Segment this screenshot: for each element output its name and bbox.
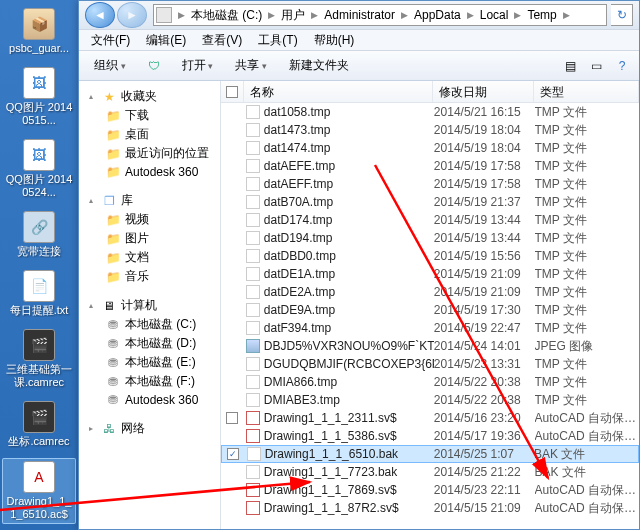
table-row[interactable]: datAEFF.tmp 2014/5/19 17:58 TMP 文件 bbox=[221, 175, 639, 193]
refresh-button[interactable]: ↻ bbox=[611, 4, 633, 26]
crumb-item[interactable]: Administrator bbox=[320, 8, 399, 22]
help-icon[interactable]: ? bbox=[611, 55, 633, 77]
breadcrumb[interactable]: ▶本地磁盘 (C:)▶用户▶Administrator▶AppData▶Loca… bbox=[153, 4, 607, 26]
sidebar-item[interactable]: 📁 音乐 bbox=[79, 267, 220, 286]
sidebar-item[interactable]: 📁 图片 bbox=[79, 229, 220, 248]
sidebar-item[interactable]: 📁 Autodesk 360 bbox=[79, 163, 220, 181]
sidebar-group-head[interactable]: ▸🖧 网络 bbox=[79, 419, 220, 438]
drive-icon: ⛃ bbox=[105, 336, 121, 352]
sidebar-group-head[interactable]: ▴★ 收藏夹 bbox=[79, 87, 220, 106]
crumb-item[interactable]: Local bbox=[476, 8, 513, 22]
file-type: TMP 文件 bbox=[535, 194, 639, 211]
sidebar-item[interactable]: ⛃ 本地磁盘 (E:) bbox=[79, 353, 220, 372]
file-date: 2014/5/19 17:58 bbox=[434, 177, 535, 191]
crumb-item[interactable]: 用户 bbox=[277, 7, 309, 24]
desktop-icon[interactable]: 🖼 QQ图片 20140515... bbox=[2, 65, 76, 129]
file-date: 2014/5/19 17:58 bbox=[434, 159, 535, 173]
file-date: 2014/5/16 23:20 bbox=[434, 411, 535, 425]
newfolder-button[interactable]: 新建文件夹 bbox=[280, 53, 358, 78]
network-icon: 🖧 bbox=[101, 421, 117, 437]
menu-edit[interactable]: 编辑(E) bbox=[138, 30, 194, 51]
file-date: 2014/5/23 22:11 bbox=[434, 483, 535, 497]
table-row[interactable]: datDE1A.tmp 2014/5/19 21:09 TMP 文件 bbox=[221, 265, 639, 283]
table-row[interactable]: DMIA866.tmp 2014/5/22 20:38 TMP 文件 bbox=[221, 373, 639, 391]
menu-file[interactable]: 文件(F) bbox=[83, 30, 138, 51]
desktop-icon[interactable]: 🎬 坐标.camrec bbox=[2, 399, 76, 450]
crumb-item[interactable]: 本地磁盘 (C:) bbox=[187, 7, 266, 24]
nav-forward-button[interactable]: ► bbox=[117, 2, 147, 28]
menu-help[interactable]: 帮助(H) bbox=[306, 30, 363, 51]
table-row[interactable]: datF394.tmp 2014/5/19 22:47 TMP 文件 bbox=[221, 319, 639, 337]
table-row[interactable]: DMIABE3.tmp 2014/5/22 20:38 TMP 文件 bbox=[221, 391, 639, 409]
file-icon: 🎬 bbox=[23, 401, 55, 433]
sidebar-item[interactable]: 📁 文档 bbox=[79, 248, 220, 267]
crumb-item[interactable]: AppData bbox=[410, 8, 465, 22]
sidebar-item-label: 最近访问的位置 bbox=[125, 145, 209, 162]
file-icon: 📦 bbox=[23, 8, 55, 40]
content-area: ▴★ 收藏夹 📁 下载 📁 桌面 📁 最近访问的位置 📁 Autodesk 36… bbox=[79, 81, 639, 529]
table-row[interactable]: datDE9A.tmp 2014/5/19 17:30 TMP 文件 bbox=[221, 301, 639, 319]
desktop-icon[interactable]: 🎬 三维基础第一课.camrec bbox=[2, 327, 76, 391]
table-row[interactable]: ✓ Drawing1_1_1_6510.bak 2014/5/25 1:07 B… bbox=[221, 445, 639, 463]
table-row[interactable]: dat1474.tmp 2014/5/19 18:04 TMP 文件 bbox=[221, 139, 639, 157]
file-type: TMP 文件 bbox=[535, 140, 639, 157]
file-icon: 🔗 bbox=[23, 211, 55, 243]
file-icon bbox=[246, 213, 260, 227]
crumb-item[interactable]: Temp bbox=[523, 8, 560, 22]
table-row[interactable]: DGUDQBMJIF(RCBCOXEP3{6P.tmp 2014/5/23 13… bbox=[221, 355, 639, 373]
sidebar-item[interactable]: ⛃ Autodesk 360 bbox=[79, 391, 220, 409]
file-icon bbox=[246, 483, 260, 497]
table-row[interactable]: Drawing1_1_1_87R2.sv$ 2014/5/15 21:09 Au… bbox=[221, 499, 639, 517]
table-row[interactable]: Drawing1_1_1_5386.sv$ 2014/5/17 19:36 Au… bbox=[221, 427, 639, 445]
folder-icon: 📁 bbox=[105, 269, 121, 285]
view-mode-button[interactable]: ▤ bbox=[559, 55, 581, 77]
file-type: AutoCAD 自动保… bbox=[535, 428, 639, 445]
desktop-icon[interactable]: 🔗 宽带连接 bbox=[2, 209, 76, 260]
col-type[interactable]: 类型 bbox=[534, 81, 639, 102]
table-row[interactable]: datAEFE.tmp 2014/5/19 17:58 TMP 文件 bbox=[221, 157, 639, 175]
preview-pane-button[interactable]: ▭ bbox=[585, 55, 607, 77]
open-button[interactable]: 打开 bbox=[173, 53, 223, 78]
col-date[interactable]: 修改日期 bbox=[433, 81, 534, 102]
sidebar-group-head[interactable]: ▴🖥 计算机 bbox=[79, 296, 220, 315]
table-row[interactable]: dat1058.tmp 2014/5/21 16:15 TMP 文件 bbox=[221, 103, 639, 121]
file-list[interactable]: dat1058.tmp 2014/5/21 16:15 TMP 文件 dat14… bbox=[221, 103, 639, 529]
table-row[interactable]: datB70A.tmp 2014/5/19 21:37 TMP 文件 bbox=[221, 193, 639, 211]
file-type: BAK 文件 bbox=[534, 446, 638, 463]
table-row[interactable]: datD174.tmp 2014/5/19 13:44 TMP 文件 bbox=[221, 211, 639, 229]
table-row[interactable]: datDE2A.tmp 2014/5/19 21:09 TMP 文件 bbox=[221, 283, 639, 301]
share-button[interactable]: 共享 bbox=[226, 53, 276, 78]
sidebar-item[interactable]: 📁 最近访问的位置 bbox=[79, 144, 220, 163]
table-row[interactable]: datD194.tmp 2014/5/19 13:44 TMP 文件 bbox=[221, 229, 639, 247]
col-name[interactable]: 名称 bbox=[244, 81, 434, 102]
menu-view[interactable]: 查看(V) bbox=[194, 30, 250, 51]
desktop-icon[interactable]: A Drawing1_1_1_6510.ac$ bbox=[2, 458, 76, 524]
sidebar-item[interactable]: ⛃ 本地磁盘 (F:) bbox=[79, 372, 220, 391]
file-name: datD194.tmp bbox=[264, 231, 333, 245]
organize-button[interactable]: 组织 bbox=[85, 53, 135, 78]
menu-tools[interactable]: 工具(T) bbox=[250, 30, 305, 51]
sidebar-item[interactable]: 📁 桌面 bbox=[79, 125, 220, 144]
row-checkbox[interactable]: ✓ bbox=[227, 448, 239, 460]
table-row[interactable]: DBJD5%VXR3NOU%O9%F`KTCY.jpg 2014/5/24 14… bbox=[221, 337, 639, 355]
sidebar-item[interactable]: 📁 下载 bbox=[79, 106, 220, 125]
desktop-icon[interactable]: 📦 psbc_guar... bbox=[2, 6, 76, 57]
table-row[interactable]: dat1473.tmp 2014/5/19 18:04 TMP 文件 bbox=[221, 121, 639, 139]
table-row[interactable]: datDBD0.tmp 2014/5/19 15:56 TMP 文件 bbox=[221, 247, 639, 265]
desktop-icon[interactable]: 📄 每日提醒.txt bbox=[2, 268, 76, 319]
file-icon: 🖼 bbox=[23, 67, 55, 99]
desktop-icon[interactable]: 🖼 QQ图片 20140524... bbox=[2, 137, 76, 201]
table-row[interactable]: Drawing1_1_1_2311.sv$ 2014/5/16 23:20 Au… bbox=[221, 409, 639, 427]
sidebar-item[interactable]: ⛃ 本地磁盘 (C:) bbox=[79, 315, 220, 334]
sidebar-group-head[interactable]: ▴❐ 库 bbox=[79, 191, 220, 210]
file-name: datDE9A.tmp bbox=[264, 303, 335, 317]
drive-icon bbox=[156, 7, 172, 23]
file-type: AutoCAD 自动保… bbox=[535, 482, 639, 499]
table-row[interactable]: Drawing1_1_1_7723.bak 2014/5/25 21:22 BA… bbox=[221, 463, 639, 481]
sidebar-item[interactable]: ⛃ 本地磁盘 (D:) bbox=[79, 334, 220, 353]
row-checkbox[interactable] bbox=[226, 412, 238, 424]
sidebar-item[interactable]: 📁 视频 bbox=[79, 210, 220, 229]
nav-back-button[interactable]: ◄ bbox=[85, 2, 115, 28]
table-row[interactable]: Drawing1_1_1_7869.sv$ 2014/5/23 22:11 Au… bbox=[221, 481, 639, 499]
col-checkbox[interactable] bbox=[221, 81, 244, 102]
